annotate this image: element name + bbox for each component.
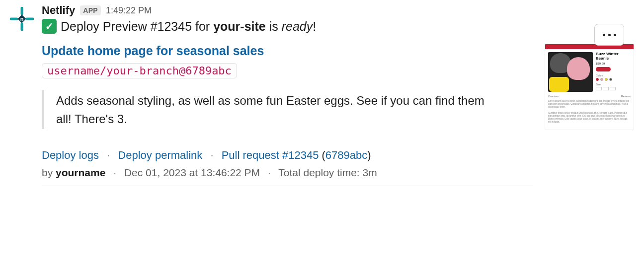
deploy-status: ready	[282, 19, 313, 33]
deploy-permalink-link[interactable]: Deploy permalink	[118, 149, 202, 161]
message-text: ✓ Deploy Preview #12345 for your-site is…	[42, 19, 634, 34]
separator: ·	[113, 167, 116, 178]
separator: ·	[107, 149, 110, 161]
meta-row: by yourname · Dec 01, 2023 at 13:46:22 P…	[42, 167, 533, 179]
pr-description-quote: Adds seasonal styling, as well as some f…	[42, 90, 499, 129]
author-name: yourname	[56, 167, 105, 178]
deploy-preview-thumbnail[interactable]: Buzz Winter Beanie $59.99 Colors Size Ov…	[545, 44, 634, 130]
deploy-date: Dec 01, 2023 at 13:46:22 PM	[124, 167, 260, 178]
text-fragment: (	[319, 149, 325, 161]
thumb-tab-reviews: Reviews	[621, 95, 631, 98]
text-fragment: for	[192, 19, 213, 33]
app-badge: APP	[80, 5, 101, 15]
thumb-product-title: Buzz Winter Beanie	[596, 52, 631, 61]
message-content: Netlify APP 1:49:22 PM ✓ Deploy Preview …	[42, 4, 634, 186]
separator: ·	[268, 167, 271, 178]
deploy-number: #12345	[151, 19, 192, 33]
attachment-row: Update home page for seasonal sales user…	[42, 44, 634, 186]
netlify-logo-icon: n	[10, 7, 34, 31]
message-actions-button[interactable]	[594, 24, 624, 46]
avatar-column: n	[10, 4, 34, 186]
thumb-tab-overview: Overview	[548, 95, 559, 98]
text-fragment: is	[266, 19, 282, 33]
svg-text:n: n	[20, 16, 24, 22]
pull-request-link[interactable]: Pull request #12345	[222, 149, 319, 161]
separator: ·	[210, 149, 213, 161]
text-fragment: by	[42, 167, 56, 178]
deploy-duration: Total deploy time: 3m	[278, 167, 377, 178]
pr-title-link[interactable]: Update home page for seasonal sales	[42, 44, 264, 58]
text-fragment: )	[367, 149, 371, 161]
app-name[interactable]: Netlify	[42, 4, 75, 17]
text-fragment: Deploy Preview	[61, 19, 151, 33]
commit-link[interactable]: 6789abc	[325, 149, 367, 161]
attachment-main: Update home page for seasonal sales user…	[42, 44, 533, 186]
message-timestamp[interactable]: 1:49:22 PM	[106, 5, 152, 16]
slack-message: n Netlify APP 1:49:22 PM ✓ Deploy Previe…	[0, 0, 644, 190]
message-body: Deploy Preview #12345 for your-site is r…	[61, 19, 316, 34]
message-header: Netlify APP 1:49:22 PM	[42, 4, 634, 17]
text-fragment: !	[313, 19, 316, 33]
site-name: your-site	[213, 19, 266, 33]
thumb-lorem: Lorem ipsum dolor sit amet, consectetur …	[545, 100, 634, 124]
branch-ref-code[interactable]: username/your-branch@6789abc	[42, 63, 237, 78]
check-mark-icon: ✓	[42, 19, 57, 34]
links-row: Deploy logs · Deploy permalink · Pull re…	[42, 149, 533, 162]
deploy-logs-link[interactable]: Deploy logs	[42, 149, 99, 161]
divider	[42, 186, 533, 186]
thumb-product-price: $59.99	[596, 62, 631, 66]
netlify-avatar: n	[10, 7, 34, 31]
